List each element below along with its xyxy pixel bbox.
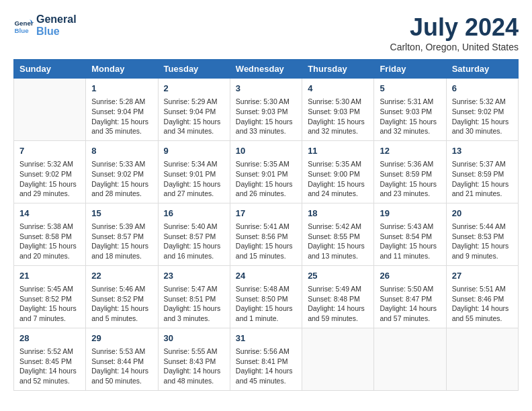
calendar-cell (14, 79, 86, 141)
calendar-table: SundayMondayTuesdayWednesdayThursdayFrid… (13, 59, 519, 391)
logo: General Blue General Blue (13, 13, 77, 38)
day-number: 25 (308, 270, 368, 282)
day-detail: Sunrise: 5:47 AM Sunset: 8:51 PM Dayligh… (164, 284, 224, 324)
day-number: 7 (19, 145, 80, 157)
day-header-monday: Monday (86, 60, 158, 79)
day-detail: Sunrise: 5:53 AM Sunset: 8:44 PM Dayligh… (91, 347, 152, 386)
day-detail: Sunrise: 5:42 AM Sunset: 8:55 PM Dayligh… (308, 222, 368, 261)
calendar-cell: 4Sunrise: 5:30 AM Sunset: 9:03 PM Daylig… (302, 79, 374, 141)
day-detail: Sunrise: 5:30 AM Sunset: 9:03 PM Dayligh… (308, 97, 368, 136)
week-row-3: 14Sunrise: 5:38 AM Sunset: 8:58 PM Dayli… (14, 203, 519, 265)
day-number: 27 (452, 270, 513, 282)
day-number: 17 (236, 208, 296, 220)
day-detail: Sunrise: 5:51 AM Sunset: 8:46 PM Dayligh… (452, 284, 513, 324)
location-text: Carlton, Oregon, United States (390, 42, 519, 52)
day-detail: Sunrise: 5:56 AM Sunset: 8:41 PM Dayligh… (236, 347, 296, 386)
calendar-cell: 14Sunrise: 5:38 AM Sunset: 8:58 PM Dayli… (14, 203, 86, 265)
day-detail: Sunrise: 5:37 AM Sunset: 8:59 PM Dayligh… (452, 159, 513, 199)
day-header-tuesday: Tuesday (158, 60, 230, 79)
calendar-cell: 30Sunrise: 5:55 AM Sunset: 8:43 PM Dayli… (158, 328, 230, 390)
day-number: 19 (380, 208, 440, 220)
day-number: 20 (452, 208, 513, 220)
day-detail: Sunrise: 5:52 AM Sunset: 8:45 PM Dayligh… (19, 347, 80, 386)
day-detail: Sunrise: 5:35 AM Sunset: 9:01 PM Dayligh… (236, 159, 296, 199)
day-number: 26 (380, 270, 440, 282)
day-detail: Sunrise: 5:28 AM Sunset: 9:04 PM Dayligh… (91, 97, 152, 136)
calendar-cell: 17Sunrise: 5:41 AM Sunset: 8:56 PM Dayli… (230, 203, 302, 265)
calendar-cell: 29Sunrise: 5:53 AM Sunset: 8:44 PM Dayli… (86, 328, 158, 390)
calendar-cell: 28Sunrise: 5:52 AM Sunset: 8:45 PM Dayli… (14, 328, 86, 390)
calendar-cell: 2Sunrise: 5:29 AM Sunset: 9:04 PM Daylig… (158, 79, 230, 141)
day-header-saturday: Saturday (446, 60, 518, 79)
calendar-cell: 8Sunrise: 5:33 AM Sunset: 9:02 PM Daylig… (86, 140, 158, 203)
svg-text:Blue: Blue (15, 27, 30, 34)
day-number: 12 (380, 145, 440, 157)
day-detail: Sunrise: 5:29 AM Sunset: 9:04 PM Dayligh… (164, 97, 224, 136)
day-number: 28 (19, 332, 80, 345)
day-number: 4 (308, 83, 368, 95)
logo-blue: Blue (36, 26, 77, 38)
calendar-cell: 21Sunrise: 5:45 AM Sunset: 8:52 PM Dayli… (14, 265, 86, 328)
month-year-title: July 2024 (390, 13, 519, 42)
calendar-cell: 26Sunrise: 5:50 AM Sunset: 8:47 PM Dayli… (374, 265, 446, 328)
logo-icon: General Blue (13, 15, 34, 36)
calendar-cell (302, 328, 374, 390)
day-number: 10 (236, 145, 296, 157)
calendar-cell: 19Sunrise: 5:43 AM Sunset: 8:54 PM Dayli… (374, 203, 446, 265)
day-number: 2 (164, 83, 224, 95)
logo-general: General (36, 13, 77, 26)
day-detail: Sunrise: 5:50 AM Sunset: 8:47 PM Dayligh… (380, 284, 440, 324)
day-number: 29 (91, 332, 152, 345)
day-number: 11 (308, 145, 368, 157)
day-detail: Sunrise: 5:36 AM Sunset: 8:59 PM Dayligh… (380, 159, 440, 199)
day-number: 31 (236, 332, 296, 345)
calendar-cell (374, 328, 446, 390)
day-detail: Sunrise: 5:32 AM Sunset: 9:02 PM Dayligh… (452, 97, 513, 136)
day-number: 13 (452, 145, 513, 157)
day-detail: Sunrise: 5:40 AM Sunset: 8:57 PM Dayligh… (164, 222, 224, 261)
week-row-1: 1Sunrise: 5:28 AM Sunset: 9:04 PM Daylig… (14, 79, 519, 141)
calendar-cell: 9Sunrise: 5:34 AM Sunset: 9:01 PM Daylig… (158, 140, 230, 203)
calendar-cell: 24Sunrise: 5:48 AM Sunset: 8:50 PM Dayli… (230, 265, 302, 328)
day-number: 8 (91, 145, 152, 157)
day-detail: Sunrise: 5:31 AM Sunset: 9:03 PM Dayligh… (380, 97, 440, 136)
day-header-sunday: Sunday (14, 60, 86, 79)
week-row-5: 28Sunrise: 5:52 AM Sunset: 8:45 PM Dayli… (14, 328, 519, 390)
calendar-cell: 12Sunrise: 5:36 AM Sunset: 8:59 PM Dayli… (374, 140, 446, 203)
day-detail: Sunrise: 5:35 AM Sunset: 9:00 PM Dayligh… (308, 159, 368, 199)
calendar-cell: 6Sunrise: 5:32 AM Sunset: 9:02 PM Daylig… (446, 79, 518, 141)
day-detail: Sunrise: 5:32 AM Sunset: 9:02 PM Dayligh… (19, 159, 80, 199)
day-detail: Sunrise: 5:48 AM Sunset: 8:50 PM Dayligh… (236, 284, 296, 324)
day-number: 16 (164, 208, 224, 220)
calendar-cell: 20Sunrise: 5:44 AM Sunset: 8:53 PM Dayli… (446, 203, 518, 265)
day-number: 30 (164, 332, 224, 345)
header: General Blue General Blue July 2024 Carl… (13, 13, 519, 52)
day-detail: Sunrise: 5:39 AM Sunset: 8:57 PM Dayligh… (91, 222, 152, 261)
day-header-friday: Friday (374, 60, 446, 79)
day-number: 15 (91, 208, 152, 220)
calendar-cell: 16Sunrise: 5:40 AM Sunset: 8:57 PM Dayli… (158, 203, 230, 265)
title-area: July 2024 Carlton, Oregon, United States (390, 13, 519, 52)
day-number: 22 (91, 270, 152, 282)
day-detail: Sunrise: 5:38 AM Sunset: 8:58 PM Dayligh… (19, 222, 80, 261)
calendar-cell: 10Sunrise: 5:35 AM Sunset: 9:01 PM Dayli… (230, 140, 302, 203)
calendar-cell: 5Sunrise: 5:31 AM Sunset: 9:03 PM Daylig… (374, 79, 446, 141)
day-header-thursday: Thursday (302, 60, 374, 79)
day-detail: Sunrise: 5:46 AM Sunset: 8:52 PM Dayligh… (91, 284, 152, 324)
day-number: 21 (19, 270, 80, 282)
day-detail: Sunrise: 5:45 AM Sunset: 8:52 PM Dayligh… (19, 284, 80, 324)
calendar-cell: 11Sunrise: 5:35 AM Sunset: 9:00 PM Dayli… (302, 140, 374, 203)
day-header-wednesday: Wednesday (230, 60, 302, 79)
day-number: 18 (308, 208, 368, 220)
week-row-4: 21Sunrise: 5:45 AM Sunset: 8:52 PM Dayli… (14, 265, 519, 328)
day-number: 24 (236, 270, 296, 282)
day-detail: Sunrise: 5:43 AM Sunset: 8:54 PM Dayligh… (380, 222, 440, 261)
week-row-2: 7Sunrise: 5:32 AM Sunset: 9:02 PM Daylig… (14, 140, 519, 203)
calendar-cell: 27Sunrise: 5:51 AM Sunset: 8:46 PM Dayli… (446, 265, 518, 328)
calendar-cell: 22Sunrise: 5:46 AM Sunset: 8:52 PM Dayli… (86, 265, 158, 328)
day-detail: Sunrise: 5:44 AM Sunset: 8:53 PM Dayligh… (452, 222, 513, 261)
day-detail: Sunrise: 5:34 AM Sunset: 9:01 PM Dayligh… (164, 159, 224, 199)
calendar-cell: 1Sunrise: 5:28 AM Sunset: 9:04 PM Daylig… (86, 79, 158, 141)
calendar-cell: 31Sunrise: 5:56 AM Sunset: 8:41 PM Dayli… (230, 328, 302, 390)
calendar-cell: 18Sunrise: 5:42 AM Sunset: 8:55 PM Dayli… (302, 203, 374, 265)
